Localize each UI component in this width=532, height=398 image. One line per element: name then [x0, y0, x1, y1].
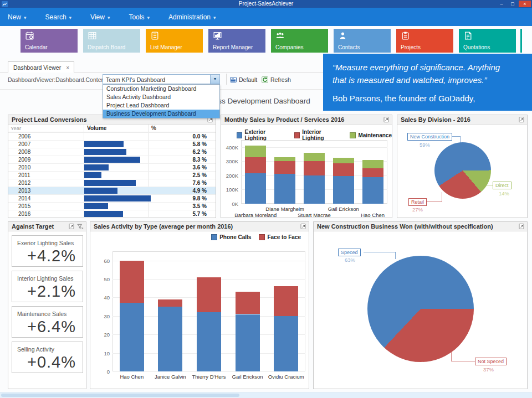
- table-row[interactable]: 20098.3 %: [8, 156, 216, 163]
- legend-item: Phone Calls: [211, 234, 251, 240]
- clear-filter-icon[interactable]: [77, 223, 84, 230]
- tile-companies[interactable]: Companies: [271, 29, 328, 53]
- tile-projects[interactable]: Projects: [396, 29, 453, 53]
- tile-dispatch-board[interactable]: Dispatch Board: [83, 29, 140, 53]
- bar-segment: [236, 314, 260, 371]
- table-row[interactable]: 20112.5 %: [8, 171, 216, 179]
- dropdown-option[interactable]: Construction Marketing Dashboard: [103, 85, 219, 93]
- combo-dropdown-icon[interactable]: ▾: [210, 75, 219, 84]
- refresh-label: Refresh: [270, 76, 291, 83]
- y-axis-tick: 0K: [222, 201, 238, 207]
- volume-bar: [84, 149, 126, 155]
- export-icon[interactable]: [383, 116, 390, 123]
- dropdown-option[interactable]: Business Development Dashboard: [103, 110, 219, 118]
- tile-label: Projects: [401, 44, 421, 50]
- default-button[interactable]: Default: [230, 75, 257, 84]
- x-axis-label: Ovidiu Cracium: [260, 374, 311, 380]
- menu-item-administration[interactable]: Administration▾: [168, 13, 216, 21]
- x-axis-label: Diane Margheim: [259, 206, 310, 212]
- table-row[interactable]: 20153.5 %: [8, 202, 216, 210]
- close-button[interactable]: ×: [519, 1, 531, 7]
- kpi-card: Interior Lighting Sales+2.1%: [12, 271, 83, 302]
- export-icon[interactable]: [519, 223, 525, 230]
- pct-cell: 4.9 %: [192, 188, 207, 194]
- pie-slice-pct: 27%: [412, 206, 423, 213]
- volume-bar: [84, 164, 109, 170]
- column-header-volume: Volume: [87, 125, 106, 131]
- tile-calendar[interactable]: Calendar: [21, 29, 78, 53]
- panel-header: Against Target: [8, 222, 86, 231]
- app-icon: [2, 1, 8, 7]
- tile-report-manager[interactable]: Report Manager: [208, 29, 265, 53]
- pie-chart: [434, 142, 491, 199]
- tile-contacts[interactable]: Contacts: [334, 29, 391, 53]
- bar-segment: [158, 299, 182, 307]
- pct-cell: 9.8 %: [192, 195, 207, 201]
- scrollbar-thumb[interactable]: [1, 394, 239, 397]
- table-row[interactable]: 20149.8 %: [8, 194, 216, 202]
- quote-line1: “Measure everything of significance. Any…: [332, 61, 523, 74]
- bar-segment: [362, 168, 383, 177]
- pie-slice-pct: 59%: [420, 142, 430, 148]
- table-row[interactable]: 20086.2 %: [8, 148, 216, 156]
- kpi-value: +2.1%: [27, 282, 76, 301]
- table-row[interactable]: 20103.6 %: [8, 163, 216, 171]
- panel-header: Sales Activity by Type (average per mont…: [90, 222, 309, 231]
- kpi-label: Maintenance Sales: [17, 311, 66, 317]
- pct-cell: 2.5 %: [192, 172, 207, 178]
- panel-title: New Construction Business Won (with/with…: [317, 223, 493, 230]
- quote-overlay: “Measure everything of significance. Any…: [323, 54, 532, 111]
- bar-segment: [158, 307, 182, 371]
- tile-label: Quotations: [463, 44, 490, 50]
- menu-item-search[interactable]: Search▾: [45, 13, 72, 21]
- legend-item: Interior Lighting: [294, 129, 342, 141]
- menu-item-tools[interactable]: Tools▾: [129, 13, 150, 21]
- pct-cell: 5.8 %: [192, 141, 207, 147]
- menu-item-new[interactable]: New▾: [8, 13, 27, 21]
- bar-segment: [274, 157, 295, 161]
- pie-slice-label: Speced: [338, 249, 361, 256]
- bar-segment: [245, 146, 266, 157]
- volume-bar: [84, 157, 140, 163]
- year-cell: 2010: [18, 164, 30, 170]
- combo-value: Team KPI's Dashboard: [106, 76, 165, 83]
- table-row[interactable]: 20060.0 %: [8, 132, 216, 140]
- y-axis-tick: 40: [93, 294, 110, 301]
- export-icon[interactable]: [300, 223, 306, 230]
- export-icon[interactable]: [69, 223, 75, 230]
- pct-cell: 5.7 %: [192, 211, 207, 217]
- dashboard-combo[interactable]: Team KPI's Dashboard ▾: [103, 74, 220, 84]
- chart-legend: Phone CallsFace to Face: [211, 234, 301, 240]
- menu-item-label: Administration: [168, 13, 211, 21]
- tile-quotations[interactable]: Quotations: [459, 29, 516, 53]
- export-icon[interactable]: [519, 116, 525, 123]
- tile-label: Dispatch Board: [88, 44, 125, 50]
- year-cell: 2006: [18, 133, 30, 139]
- restore-button[interactable]: □: [508, 1, 518, 7]
- chevron-down-icon: ▾: [24, 15, 27, 20]
- volume-bar: [84, 188, 117, 194]
- kpi-card: Maintenance Sales+6.4%: [12, 306, 83, 338]
- volume-bar: [84, 211, 123, 217]
- table-row[interactable]: 20127.6 %: [8, 179, 216, 187]
- dropdown-option[interactable]: Sales Activity Dashboard: [103, 93, 219, 101]
- partial-tile: [520, 29, 522, 53]
- refresh-button[interactable]: Refresh: [262, 75, 291, 84]
- dropdown-option[interactable]: Project Lead Dashboard: [103, 101, 219, 110]
- table-row[interactable]: 20075.8 %: [8, 140, 216, 148]
- menu-item-view[interactable]: View▾: [90, 13, 110, 21]
- window-title: Project-SalesAchiever: [239, 1, 293, 7]
- minimize-button[interactable]: –: [497, 1, 507, 7]
- volume-bar: [84, 180, 136, 186]
- kpi-card: Exerior Lighting Sales+4.2%: [12, 235, 83, 267]
- default-icon: [230, 76, 237, 83]
- table-row[interactable]: 20165.7 %: [8, 210, 216, 218]
- bar-segment: [274, 174, 295, 204]
- pct-cell: 8.3 %: [192, 157, 207, 163]
- tile-list-manager[interactable]: List Manager: [146, 29, 203, 53]
- table-row[interactable]: 20134.9 %: [8, 187, 216, 194]
- calendar-icon: [25, 31, 34, 40]
- tab-close-icon[interactable]: ×: [66, 65, 69, 71]
- refresh-icon: [262, 76, 268, 83]
- tab-dashboard-viewer[interactable]: Dashboard Viewer×: [8, 61, 74, 73]
